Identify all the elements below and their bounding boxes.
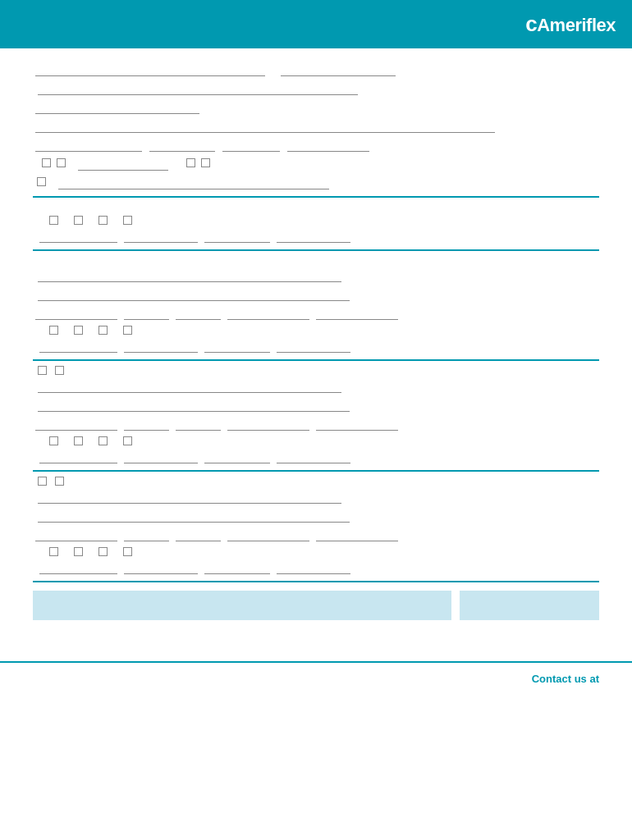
dep1-remove-checkbox[interactable] [74, 436, 83, 445]
applicant-add-checkbox[interactable] [49, 216, 58, 225]
email-input[interactable] [58, 176, 329, 189]
dep1-vision-input[interactable] [204, 450, 270, 463]
spouse-dob-input[interactable] [316, 307, 398, 320]
dep2-name-input[interactable] [38, 491, 341, 504]
dep2-medical-input[interactable] [39, 561, 117, 574]
spouse-address-input[interactable] [38, 288, 350, 301]
dep2-keep-checkbox[interactable] [123, 547, 132, 556]
spouse-city-row [33, 307, 599, 320]
spouse-keep-checkbox[interactable] [123, 326, 132, 335]
member-id-input[interactable] [35, 101, 199, 114]
dep1-medical-input[interactable] [39, 450, 117, 463]
address-input[interactable] [35, 120, 495, 133]
hra-email-row [33, 176, 599, 189]
spouse-divider [33, 249, 599, 251]
spouse-city-input[interactable] [35, 307, 117, 320]
dep1-ssn-input[interactable] [227, 418, 309, 431]
male-checkbox[interactable] [42, 158, 51, 167]
dependent1-daughter-checkbox[interactable] [55, 366, 64, 375]
spouse-decline-checkbox[interactable] [98, 326, 108, 335]
spouse-name-input[interactable] [38, 269, 341, 282]
dep2-plan-row [33, 561, 599, 574]
company-date-row [33, 63, 599, 76]
dob-input[interactable] [78, 158, 168, 171]
applicant-decline-checkbox[interactable] [98, 216, 108, 225]
dep1-add-checkbox[interactable] [49, 436, 58, 445]
dep2-zip-input[interactable] [176, 528, 221, 541]
city-state-zip-row [33, 139, 599, 152]
applicant-signature-box[interactable] [33, 591, 451, 620]
dependent1-header-row [33, 366, 599, 375]
dep2-city-input[interactable] [35, 528, 117, 541]
applicant-medical-input[interactable] [39, 230, 117, 243]
state-input[interactable] [149, 139, 215, 152]
address-text [33, 628, 35, 638]
applicant-coverage-header [33, 206, 599, 211]
dep1-dental-input[interactable] [124, 450, 198, 463]
single-checkbox[interactable] [186, 158, 195, 167]
dependent2-header-row [33, 477, 599, 486]
signature-date-box[interactable] [460, 591, 599, 620]
dep1-coverage-row [33, 436, 599, 445]
dep2-decline-checkbox[interactable] [98, 547, 108, 556]
zip-input[interactable] [222, 139, 280, 152]
applicant-coverage-row [33, 216, 599, 225]
date-input[interactable] [281, 63, 396, 76]
dep1-decline-checkbox[interactable] [98, 436, 108, 445]
dep2-state-input[interactable] [124, 528, 169, 541]
applicant-divider [33, 196, 599, 198]
contact-info-row [33, 628, 599, 638]
dep2-dob-input[interactable] [316, 528, 398, 541]
dep1-keep-checkbox[interactable] [123, 436, 132, 445]
dependent2-name-row [33, 491, 599, 504]
applicant-keep-checkbox[interactable] [123, 216, 132, 225]
city-input[interactable] [35, 139, 142, 152]
spouse-rx-input[interactable] [277, 340, 350, 353]
dep2-vision-input[interactable] [204, 561, 270, 574]
hra-checkbox[interactable] [37, 177, 46, 186]
signature-area [33, 591, 599, 620]
spouse-address-row [33, 288, 599, 301]
spouse-vision-input[interactable] [204, 340, 270, 353]
dep1-dob-input[interactable] [316, 418, 398, 431]
spouse-dental-input[interactable] [124, 340, 198, 353]
dependent2-son-checkbox[interactable] [38, 477, 47, 486]
married-checkbox[interactable] [201, 158, 210, 167]
dep2-remove-checkbox[interactable] [74, 547, 83, 556]
dep2-add-checkbox[interactable] [49, 547, 58, 556]
address-row [33, 120, 599, 133]
applicant-dental-input[interactable] [124, 230, 198, 243]
dep1-address-input[interactable] [38, 399, 350, 412]
company-name-input[interactable] [35, 63, 265, 76]
dependent2-address-row [33, 509, 599, 523]
member-id-row [33, 101, 599, 114]
dep1-state-input[interactable] [124, 418, 169, 431]
applicant-rx-input[interactable] [277, 230, 350, 243]
dep2-ssn-input[interactable] [227, 528, 309, 541]
dep1-city-input[interactable] [35, 418, 117, 431]
spouse-medical-input[interactable] [39, 340, 117, 353]
dep2-address-input[interactable] [38, 509, 350, 523]
female-checkbox[interactable] [57, 158, 66, 167]
page-footer: Contact us at [0, 661, 632, 695]
applicant-remove-checkbox[interactable] [74, 216, 83, 225]
dep1-name-input[interactable] [38, 380, 341, 393]
spouse-add-checkbox[interactable] [49, 326, 58, 335]
dependent1-son-checkbox[interactable] [38, 366, 47, 375]
dependent2-daughter-checkbox[interactable] [55, 477, 64, 486]
dep2-dental-input[interactable] [124, 561, 198, 574]
dep1-rx-input[interactable] [277, 450, 350, 463]
dep1-plan-row [33, 450, 599, 463]
tel-input[interactable] [287, 139, 369, 152]
spouse-coverage-row [33, 326, 599, 335]
dep2-coverage-row [33, 547, 599, 556]
applicant-vision-input[interactable] [204, 230, 270, 243]
spouse-state-input[interactable] [124, 307, 169, 320]
main-content [0, 48, 632, 648]
spouse-remove-checkbox[interactable] [74, 326, 83, 335]
dep2-rx-input[interactable] [277, 561, 350, 574]
spouse-ssn-input[interactable] [227, 307, 309, 320]
spouse-zip-input[interactable] [176, 307, 221, 320]
dep1-zip-input[interactable] [176, 418, 221, 431]
applicant-name-input[interactable] [38, 82, 358, 95]
